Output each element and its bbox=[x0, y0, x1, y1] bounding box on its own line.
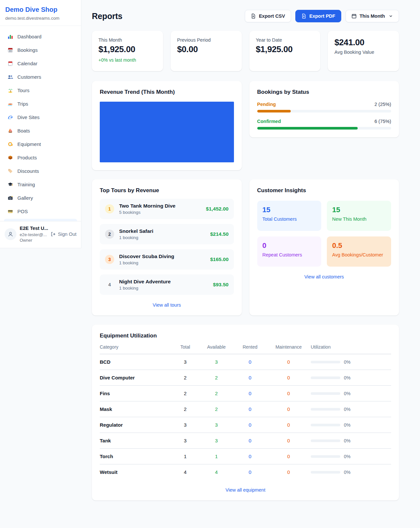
user-role: Owner bbox=[20, 237, 47, 243]
table-row: Dive Computer 2 2 0 0 0% bbox=[100, 370, 391, 386]
tour-bookings: 1 booking bbox=[119, 286, 171, 291]
maintenance-cell: 0 bbox=[266, 406, 311, 412]
total-cell: 3 bbox=[171, 359, 199, 365]
export-pdf-button[interactable]: Export PDF bbox=[295, 10, 341, 22]
sidebar-item-training[interactable]: Training bbox=[4, 178, 77, 190]
revenue-trend-card: Revenue Trend (This Month) bbox=[92, 81, 242, 170]
customer-insights-title: Customer Insights bbox=[257, 187, 391, 194]
camera-icon bbox=[7, 195, 13, 201]
sidebar-item-customers[interactable]: Customers bbox=[4, 71, 77, 83]
total-cell: 4 bbox=[171, 469, 199, 475]
sidebar-item-tours[interactable]: Tours bbox=[4, 84, 77, 96]
top-tours-title: Top Tours by Revenue bbox=[100, 187, 234, 194]
maintenance-cell: 0 bbox=[266, 438, 311, 443]
sidebar-item-pos[interactable]: POS bbox=[4, 205, 77, 217]
maintenance-cell: 0 bbox=[266, 391, 311, 396]
stat-label: Previous Period bbox=[177, 37, 235, 43]
insight-tiles: 15 Total Customers 15 New This Month 0 R… bbox=[257, 201, 391, 267]
view-all-tours-link[interactable]: View all tours bbox=[100, 302, 234, 308]
period-selector-dropdown[interactable]: This Month bbox=[346, 10, 399, 22]
tour-name: Snorkel Safari bbox=[119, 228, 153, 234]
stats-row: This Month $1,925.00 +0% vs last month P… bbox=[92, 31, 399, 71]
utilization-cell: 0% bbox=[311, 359, 391, 365]
revenue-trend-title: Revenue Trend (This Month) bbox=[100, 89, 234, 95]
sidebar-item-dashboard[interactable]: Dashboard bbox=[4, 30, 77, 42]
maintenance-cell: 0 bbox=[266, 454, 311, 459]
category-cell: BCD bbox=[100, 359, 171, 365]
sidebar-item-bookings[interactable]: Bookings bbox=[4, 44, 77, 56]
status-row-pending: Pending 2 (25%) bbox=[257, 102, 391, 112]
available-cell: 1 bbox=[199, 454, 234, 459]
rank-badge: 3 bbox=[105, 255, 114, 264]
sidebar-item-equipment[interactable]: Equipment bbox=[4, 138, 77, 150]
page-title: Reports bbox=[92, 11, 122, 21]
tour-revenue: $214.50 bbox=[210, 231, 228, 237]
stat-value: $1,925.00 bbox=[256, 44, 314, 54]
dive-mask-icon bbox=[7, 141, 13, 147]
chevron-down-icon bbox=[388, 14, 393, 18]
tag-icon bbox=[7, 168, 13, 174]
charts-row: Revenue Trend (This Month) Bookings by S… bbox=[92, 81, 399, 170]
sidebar-item-dive-sites[interactable]: Dive Sites bbox=[4, 111, 77, 123]
utilization-cell: 0% bbox=[311, 454, 391, 459]
top-tours-card: Top Tours by Revenue 1 Two Tank Morning … bbox=[92, 179, 242, 315]
bookings-by-status-title: Bookings by Status bbox=[257, 89, 391, 95]
table-row: Tank 3 3 0 0 0% bbox=[100, 433, 391, 449]
available-cell: 2 bbox=[199, 375, 234, 380]
sidebar-item-boats[interactable]: Boats bbox=[4, 125, 77, 136]
tile-total-customers: 15 Total Customers bbox=[257, 201, 322, 231]
credit-card-icon bbox=[7, 208, 13, 214]
rented-cell: 0 bbox=[234, 438, 266, 443]
column-header-rented: Rented bbox=[234, 344, 266, 350]
status-value: 6 (75%) bbox=[374, 119, 391, 124]
status-row-confirmed: Confirmed 6 (75%) bbox=[257, 119, 391, 130]
equipment-table-header: Category Total Available Rented Maintena… bbox=[100, 339, 391, 354]
person-icon bbox=[7, 231, 14, 237]
sign-out-button[interactable]: Sign Out bbox=[51, 232, 76, 237]
main-content: Reports Export CSV Export PDF This Month… bbox=[81, 0, 420, 514]
tile-label: New This Month bbox=[332, 216, 386, 222]
table-row: Wetsuit 4 4 0 0 0% bbox=[100, 464, 391, 480]
status-value: 2 (25%) bbox=[374, 102, 391, 107]
file-download-icon bbox=[251, 13, 256, 19]
maintenance-cell: 0 bbox=[266, 422, 311, 428]
rented-cell: 0 bbox=[234, 406, 266, 412]
view-all-customers-link[interactable]: View all customers bbox=[257, 274, 391, 279]
stat-value: $241.00 bbox=[334, 37, 392, 48]
sidebar-item-calendar[interactable]: Calendar bbox=[4, 57, 77, 69]
column-header-total: Total bbox=[171, 344, 199, 350]
stat-delta: +0% vs last month bbox=[98, 57, 157, 63]
user-email: e2e-tester@... bbox=[20, 232, 47, 238]
status-label: Confirmed bbox=[257, 119, 281, 124]
sidebar-item-label: Customers bbox=[17, 74, 41, 80]
progress-track bbox=[257, 127, 391, 130]
view-all-equipment-link[interactable]: View all equipment bbox=[100, 487, 391, 493]
sidebar-item-gallery[interactable]: Gallery bbox=[4, 192, 77, 204]
stat-label: Avg Booking Value bbox=[334, 50, 392, 55]
utilization-text: 0% bbox=[344, 454, 350, 459]
progress-track bbox=[257, 110, 391, 112]
equipment-utilization-title: Equipment Utilization bbox=[100, 333, 391, 339]
sidebar-item-products[interactable]: Products bbox=[4, 152, 77, 163]
maintenance-cell: 0 bbox=[266, 359, 311, 365]
tile-value: 0 bbox=[262, 241, 316, 250]
file-download-icon bbox=[301, 13, 306, 19]
sidebar-item-reports-active-partial[interactable] bbox=[4, 219, 77, 221]
tour-name: Discover Scuba Diving bbox=[119, 254, 174, 259]
sidebar-item-label: Boats bbox=[17, 128, 30, 133]
category-cell: Tank bbox=[100, 438, 171, 443]
sidebar-item-discounts[interactable]: Discounts bbox=[4, 165, 77, 177]
sidebar-item-trips[interactable]: Trips bbox=[4, 98, 77, 110]
export-csv-button[interactable]: Export CSV bbox=[245, 10, 291, 22]
sign-out-label: Sign Out bbox=[58, 232, 76, 237]
sidebar-item-label: Tours bbox=[17, 88, 30, 93]
sidebar-item-label: Calendar bbox=[17, 61, 37, 66]
tour-row: 4 Night Dive Adventure 1 booking $93.50 bbox=[100, 274, 234, 295]
stat-value: $1,925.00 bbox=[98, 44, 157, 54]
utilization-text: 0% bbox=[344, 407, 350, 412]
progress-fill-pending bbox=[257, 110, 291, 112]
tour-revenue: $165.00 bbox=[210, 256, 228, 262]
table-row: Mask 2 2 0 0 0% bbox=[100, 401, 391, 417]
stat-card-avg-booking-value: $241.00 Avg Booking Value bbox=[328, 31, 399, 71]
column-header-category: Category bbox=[100, 344, 171, 350]
